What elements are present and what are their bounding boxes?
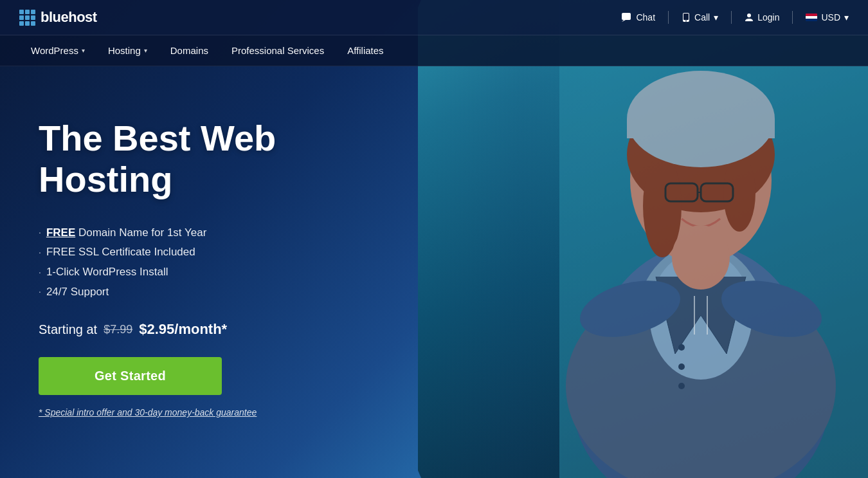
nav-item-professional-services[interactable]: Professional Services [220,35,336,66]
feature-2-text: FREE SSL Certificate Included [46,243,195,262]
svg-point-22 [672,225,730,290]
svg-point-19 [678,344,685,351]
free-highlight: FREE [46,226,75,239]
main-nav: WordPress ▾ Hosting ▾ Domains Profession… [0,35,868,66]
user-icon [745,13,754,22]
feature-2: · FREE SSL Certificate Included [39,243,411,262]
currency-chevron-icon: ▾ [844,12,849,23]
svg-rect-9 [627,119,775,138]
pricing-prefix: Starting at [39,322,97,337]
feature-1-text: FREE Domain Name for 1st Year [46,223,206,243]
call-chevron-icon: ▾ [714,12,718,23]
bullet-1: · [39,225,41,241]
call-link[interactable]: Call ▾ [682,12,718,23]
flag-icon [806,14,817,21]
chat-icon [622,13,632,22]
nav-wordpress-chevron: ▾ [82,47,85,54]
svg-rect-23 [622,13,631,20]
feature-4: · 24/7 Support [39,282,411,302]
header-divider-2 [731,11,732,24]
feature-3: · 1-Click WordPress Install [39,262,411,282]
header-divider-3 [792,11,793,24]
nav-item-hosting[interactable]: Hosting ▾ [96,35,159,66]
nav-hosting-chevron: ▾ [144,47,147,54]
site-header: bluehost Chat Call ▾ Log [0,0,868,35]
svg-point-7 [723,154,755,232]
guarantee-link[interactable]: * Special intro offer and 30-day money-b… [39,407,257,418]
sale-price: $2.95/month* [139,321,227,338]
svg-point-27 [685,21,687,22]
nav-wordpress-label: WordPress [31,45,78,56]
nav-domains-label: Domains [170,45,208,56]
phone-icon [682,13,691,22]
currency-selector[interactable]: USD ▾ [806,12,849,23]
chat-label: Chat [636,12,655,23]
get-started-button[interactable]: Get Started [39,357,222,395]
hero-section: The Best Web Hosting · FREE Domain Name … [0,66,450,457]
feature-3-text: 1-Click WordPress Install [46,262,168,282]
login-link[interactable]: Login [745,12,779,23]
header-right: Chat Call ▾ Login USD ▾ [622,11,849,24]
nav-item-affiliates[interactable]: Affiliates [336,35,395,66]
svg-point-28 [747,14,751,17]
logo[interactable]: bluehost [19,9,97,26]
original-price: $7.99 [104,323,132,336]
feature-1: · FREE Domain Name for 1st Year [39,223,411,243]
bullet-4: · [39,284,41,300]
nav-item-wordpress[interactable]: WordPress ▾ [19,35,96,66]
svg-point-20 [678,363,685,370]
bullet-2: · [39,244,41,261]
svg-point-21 [678,383,685,389]
svg-marker-24 [622,20,626,22]
header-divider-1 [668,11,669,24]
nav-item-domains[interactable]: Domains [159,35,220,66]
pricing-line: Starting at $7.99 $2.95/month* [39,321,411,338]
currency-label: USD [821,12,840,23]
nav-hosting-label: Hosting [108,45,141,56]
hero-title: The Best Web Hosting [39,118,411,201]
hero-features-list: · FREE Domain Name for 1st Year · FREE S… [39,223,411,302]
logo-grid-icon [19,10,35,26]
feature-4-text: 24/7 Support [46,282,109,302]
nav-professional-services-label: Professional Services [231,45,324,56]
login-label: Login [757,12,779,23]
logo-text: bluehost [41,9,97,26]
header-left: bluehost [19,9,116,26]
chat-link[interactable]: Chat [622,12,655,23]
nav-affiliates-label: Affiliates [347,45,383,56]
call-label: Call [694,12,710,23]
bullet-3: · [39,264,41,280]
hero-person-image [431,0,868,478]
svg-rect-26 [683,14,689,20]
